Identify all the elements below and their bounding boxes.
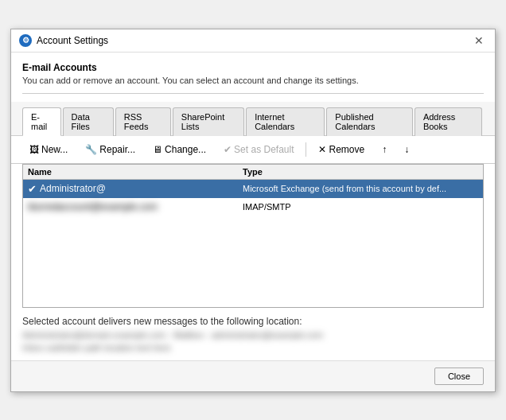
set-default-button[interactable]: ✔ Set as Default <box>216 141 301 158</box>
table-row[interactable]: blurredaccount@example.com IMAP/SMTP <box>23 198 483 216</box>
tab-rss-feeds[interactable]: RSS Feeds <box>115 107 171 136</box>
tab-internet-calendars[interactable]: Internet Calendars <box>246 107 325 136</box>
window-title: Account Settings <box>37 35 108 46</box>
row-type-cell: Microsoft Exchange (send from this accou… <box>243 184 478 193</box>
remove-icon: ✕ <box>318 144 326 155</box>
header-section: E-mail Accounts You can add or remove an… <box>11 52 495 102</box>
toolbar-separator <box>306 142 306 157</box>
account-name-blurred: blurredaccount@example.com <box>28 201 158 212</box>
tabs-container: E-mail Data Files RSS Feeds SharePoint L… <box>11 102 495 136</box>
change-button[interactable]: 🖥 Change... <box>146 141 213 158</box>
new-button[interactable]: 🖼 New... <box>22 141 75 158</box>
move-up-button[interactable]: ↑ <box>375 141 394 158</box>
tab-sharepoint-lists[interactable]: SharePoint Lists <box>173 107 244 136</box>
title-bar: ⚙ Account Settings ✕ <box>11 29 495 52</box>
toolbar: 🖼 New... 🔧 Repair... 🖥 Change... ✔ Set a… <box>11 136 495 164</box>
footer-label: Selected account delivers new messages t… <box>22 316 484 327</box>
new-icon: 🖼 <box>29 144 39 155</box>
bottom-bar: Close <box>11 360 495 391</box>
set-default-label: Set as Default <box>234 144 294 155</box>
accounts-table: Name Type ✔ Administrator@ Microsoft Exc… <box>22 164 484 308</box>
change-icon: 🖥 <box>153 144 162 155</box>
name-column-header: Name <box>28 167 243 177</box>
title-bar-left: ⚙ Account Settings <box>19 34 108 47</box>
section-title: E-mail Accounts <box>22 62 484 73</box>
repair-button[interactable]: 🔧 Repair... <box>78 141 142 158</box>
main-content: 🖼 New... 🔧 Repair... 🖥 Change... ✔ Set a… <box>11 136 495 360</box>
section-description: You can add or remove an account. You ca… <box>22 76 484 85</box>
table-body: ✔ Administrator@ Microsoft Exchange (sen… <box>23 180 483 307</box>
tab-list: E-mail Data Files RSS Feeds SharePoint L… <box>22 107 484 135</box>
divider <box>22 93 484 94</box>
footer-location-line1: Administrator@domain.example.com - Mailb… <box>22 330 484 340</box>
row-type-cell: IMAP/SMTP <box>243 202 478 212</box>
tab-data-files[interactable]: Data Files <box>63 107 114 136</box>
type-column-header: Type <box>243 167 478 177</box>
remove-button[interactable]: ✕ Remove <box>311 141 372 158</box>
tab-email[interactable]: E-mail <box>22 107 61 136</box>
window-close-button[interactable]: ✕ <box>471 35 487 46</box>
move-down-button[interactable]: ↓ <box>397 141 416 158</box>
row-name-cell: blurredaccount@example.com <box>28 201 243 212</box>
repair-icon: 🔧 <box>85 144 97 155</box>
account-name: Administrator@ <box>40 183 106 194</box>
row-name-cell: ✔ Administrator@ <box>28 183 243 195</box>
table-header: Name Type <box>23 165 483 180</box>
account-settings-window: ⚙ Account Settings ✕ E-mail Accounts You… <box>10 29 496 392</box>
table-row[interactable]: ✔ Administrator@ Microsoft Exchange (sen… <box>23 180 483 198</box>
footer-area: Selected account delivers new messages t… <box>11 308 495 360</box>
tab-published-calendars[interactable]: Published Calendars <box>326 107 413 136</box>
new-label: New... <box>41 144 68 155</box>
set-default-icon: ✔ <box>224 144 232 155</box>
down-icon: ↓ <box>404 144 409 155</box>
repair-label: Repair... <box>99 144 135 155</box>
change-label: Change... <box>165 144 206 155</box>
up-icon: ↑ <box>382 144 387 155</box>
close-dialog-button[interactable]: Close <box>434 368 484 385</box>
remove-label: Remove <box>329 144 364 155</box>
footer-location-line2: Inbox subfolder path location text here <box>22 343 484 352</box>
window-icon: ⚙ <box>19 34 32 47</box>
check-icon: ✔ <box>28 183 37 195</box>
tab-address-books[interactable]: Address Books <box>415 107 482 136</box>
